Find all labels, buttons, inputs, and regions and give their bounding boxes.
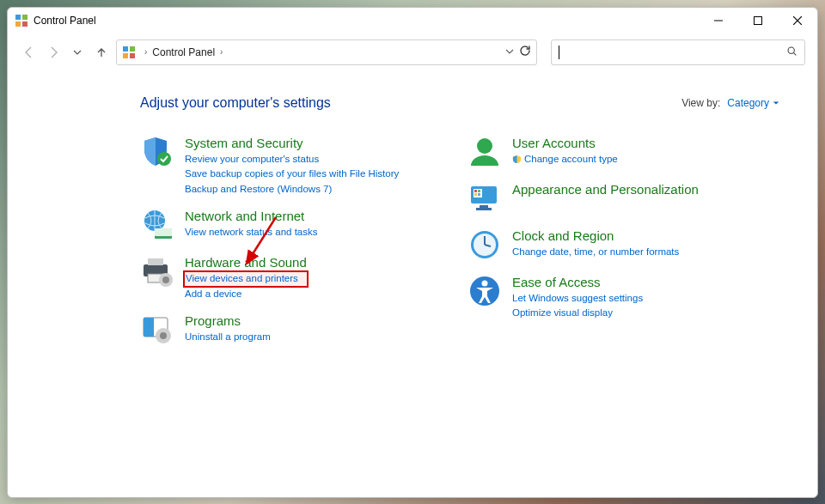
right-column: User Accounts Change account type Appear <box>468 135 779 348</box>
backup-restore-link[interactable]: Backup and Restore (Windows 7) <box>185 183 399 197</box>
search-box[interactable] <box>551 39 805 65</box>
svg-rect-10 <box>123 53 128 58</box>
uac-shield-icon <box>512 155 522 168</box>
svg-rect-24 <box>144 318 154 337</box>
hardware-and-sound-link[interactable]: Hardware and Sound <box>185 255 307 270</box>
system-and-security-link[interactable]: System and Security <box>185 136 399 151</box>
clock-and-region-link[interactable]: Clock and Region <box>512 228 679 244</box>
control-panel-icon <box>122 46 136 59</box>
breadcrumb-root[interactable]: Control Panel <box>152 46 215 58</box>
optimize-visual-display-link[interactable]: Optimize visual display <box>512 307 643 320</box>
forward-button[interactable] <box>44 43 63 62</box>
svg-point-22 <box>162 276 169 283</box>
svg-line-13 <box>794 52 797 55</box>
accessibility-icon <box>468 274 502 308</box>
text-cursor <box>559 46 559 59</box>
address-dropdown-button[interactable] <box>505 46 514 58</box>
svg-point-41 <box>482 280 488 286</box>
svg-point-26 <box>160 332 167 339</box>
content-area: Adjust your computer's settings View by:… <box>8 71 817 497</box>
file-history-link[interactable]: Save backup copies of your files with Fi… <box>185 167 399 181</box>
page-heading: Adjust your computer's settings <box>140 95 331 111</box>
user-accounts-link[interactable]: User Accounts <box>512 136 618 151</box>
titlebar: Control Panel <box>8 8 817 33</box>
minimize-button[interactable] <box>699 8 738 33</box>
heading-row: Adjust your computer's settings View by:… <box>140 95 779 111</box>
category-network-and-internet: Network and Internet View network status… <box>140 208 452 242</box>
svg-rect-8 <box>123 46 128 52</box>
ease-of-access-link[interactable]: Ease of Access <box>512 275 643 290</box>
svg-point-12 <box>788 47 794 53</box>
refresh-button[interactable] <box>519 45 531 59</box>
svg-rect-9 <box>130 46 135 52</box>
change-account-type-link[interactable]: Change account type <box>512 153 618 168</box>
monitor-icon <box>468 181 502 216</box>
view-network-status-link[interactable]: View network status and tasks <box>185 226 317 240</box>
category-programs: Programs Uninstall a program <box>140 313 452 347</box>
globe-icon <box>140 208 174 242</box>
search-icon <box>786 45 798 60</box>
svg-rect-2 <box>15 21 21 27</box>
category-clock-and-region: Clock and Region Change date, time, or n… <box>468 228 779 262</box>
svg-rect-3 <box>22 21 28 27</box>
user-icon <box>468 135 502 169</box>
viewby-label: View by: <box>681 97 720 109</box>
viewby-value-text: Category <box>727 97 769 109</box>
svg-rect-19 <box>148 258 163 265</box>
category-ease-of-access: Ease of Access Let Windows suggest setti… <box>468 274 779 320</box>
maximize-button[interactable] <box>738 8 778 33</box>
programs-link[interactable]: Programs <box>185 313 271 329</box>
category-hardware-and-sound: Hardware and Sound View devices and prin… <box>140 254 452 301</box>
svg-rect-35 <box>476 208 492 210</box>
window-title: Control Panel <box>34 15 96 27</box>
review-status-link[interactable]: Review your computer's status <box>185 153 399 167</box>
svg-rect-5 <box>755 16 762 24</box>
svg-rect-17 <box>155 228 172 236</box>
caret-down-icon <box>773 100 779 106</box>
left-column: System and Security Review your computer… <box>140 135 452 348</box>
category-appearance: Appearance and Personalization <box>468 181 779 216</box>
svg-rect-34 <box>480 205 488 208</box>
change-account-type-text: Change account type <box>524 154 618 164</box>
close-button[interactable] <box>778 8 817 33</box>
viewby-dropdown[interactable]: Category <box>727 97 779 109</box>
up-button[interactable] <box>92 43 111 62</box>
svg-rect-32 <box>474 193 477 196</box>
svg-rect-33 <box>478 193 480 196</box>
printer-icon <box>140 254 174 288</box>
svg-rect-11 <box>130 53 135 58</box>
svg-rect-0 <box>15 15 21 20</box>
view-devices-and-printers-link[interactable]: View devices and printers <box>185 272 307 286</box>
change-date-formats-link[interactable]: Change date, time, or number formats <box>512 246 679 259</box>
network-and-internet-link[interactable]: Network and Internet <box>185 209 317 224</box>
appearance-personalization-link[interactable]: Appearance and Personalization <box>512 182 699 197</box>
category-system-and-security: System and Security Review your computer… <box>140 135 452 197</box>
svg-point-27 <box>477 138 492 154</box>
chevron-right-icon[interactable]: › <box>144 47 147 57</box>
svg-rect-30 <box>474 190 477 192</box>
svg-point-14 <box>157 152 171 166</box>
address-bar[interactable]: › Control Panel › <box>116 39 537 65</box>
add-a-device-link[interactable]: Add a device <box>185 288 307 301</box>
clock-icon <box>468 228 502 262</box>
chevron-right-icon[interactable]: › <box>220 47 223 57</box>
category-columns: System and Security Review your computer… <box>140 135 779 348</box>
control-panel-icon <box>15 14 28 27</box>
programs-icon <box>140 313 174 347</box>
shield-icon <box>140 135 174 169</box>
back-button[interactable] <box>20 43 39 62</box>
recent-locations-button[interactable] <box>68 43 87 62</box>
svg-rect-31 <box>478 190 480 192</box>
category-user-accounts: User Accounts Change account type <box>468 135 779 169</box>
window: Control Panel › Control Panel › <box>7 7 818 498</box>
let-windows-suggest-link[interactable]: Let Windows suggest settings <box>512 292 643 306</box>
svg-rect-1 <box>22 15 28 20</box>
nav-row: › Control Panel › <box>8 33 817 71</box>
uninstall-program-link[interactable]: Uninstall a program <box>185 331 271 344</box>
